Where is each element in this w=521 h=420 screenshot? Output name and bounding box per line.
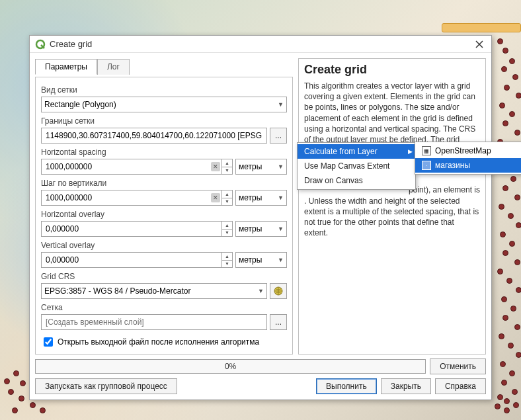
vspacing-label: Шаг по вертикали xyxy=(41,179,287,188)
chevron-down-icon: ▼ xyxy=(278,226,284,232)
chevron-down-icon: ▼ xyxy=(278,163,284,170)
layer-submenu: ▦ OpenStreetMap ∙ магазины xyxy=(415,142,521,175)
step-down-icon[interactable]: ▼ xyxy=(222,198,232,206)
titlebar: Create grid xyxy=(30,36,491,53)
qgis-icon xyxy=(35,39,46,50)
output-options-button[interactable]: ... xyxy=(270,314,287,330)
vspacing-value[interactable] xyxy=(44,192,210,203)
voverlay-value[interactable] xyxy=(44,255,210,265)
point-layer-icon: ∙ xyxy=(422,161,431,170)
close-icon xyxy=(475,40,483,48)
menu-use-canvas-extent[interactable]: Use Map Canvas Extent xyxy=(298,159,415,173)
extent-menu: Calculate from Layer ▶ Use Map Canvas Ex… xyxy=(297,142,416,190)
tab-parameters[interactable]: Параметры xyxy=(35,59,97,75)
step-up-icon[interactable]: ▲ xyxy=(222,222,232,230)
vspacing-input[interactable]: ✕ ▲▼ xyxy=(41,190,233,206)
globe-icon xyxy=(273,286,284,296)
run-button[interactable]: Выполнить xyxy=(316,378,377,394)
extent-input[interactable] xyxy=(41,128,267,144)
clear-icon[interactable]: ✕ xyxy=(211,193,220,202)
vspacing-unit[interactable]: метры▼ xyxy=(235,190,287,206)
spin-steppers[interactable]: ▲▼ xyxy=(221,253,232,267)
extent-value[interactable] xyxy=(44,130,264,141)
hoverlay-input[interactable]: ▲▼ xyxy=(41,221,233,237)
crs-combo[interactable]: EPSG:3857 - WGS 84 / Pseudo-Mercator ▼ xyxy=(41,283,267,299)
tabs: Параметры Лог xyxy=(35,58,293,74)
help-paragraph-3: . Unless the width and height of the sel… xyxy=(304,196,480,239)
open-after-label: Открыть выходной файл после исполнения а… xyxy=(58,337,259,347)
progress-text: 0% xyxy=(225,362,236,371)
step-down-icon[interactable]: ▼ xyxy=(222,230,232,237)
hspacing-unit[interactable]: метры▼ xyxy=(235,159,287,175)
batch-button[interactable]: Запускать как групповой процесс xyxy=(35,378,177,394)
step-up-icon[interactable]: ▲ xyxy=(222,159,232,167)
hoverlay-unit[interactable]: метры▼ xyxy=(235,221,287,237)
submenu-layer-osm[interactable]: ▦ OpenStreetMap xyxy=(415,144,521,158)
raster-layer-icon: ▦ xyxy=(422,146,431,155)
close-button[interactable] xyxy=(473,38,486,51)
crs-label: Grid CRS xyxy=(41,272,287,281)
hoverlay-value[interactable] xyxy=(44,224,210,234)
voverlay-unit[interactable]: метры▼ xyxy=(235,252,287,268)
submenu-layer-shops[interactable]: ∙ магазины xyxy=(415,158,521,173)
output-label: Сетка xyxy=(41,303,287,312)
close-button[interactable]: Закрыть xyxy=(381,378,431,394)
menu-calc-from-layer[interactable]: Calculate from Layer ▶ xyxy=(298,144,415,159)
progress-bar: 0% xyxy=(35,359,426,374)
step-down-icon[interactable]: ▼ xyxy=(222,261,232,268)
output-value[interactable] xyxy=(44,317,264,327)
grid-type-label: Вид сетки xyxy=(41,85,287,95)
chevron-down-icon: ▼ xyxy=(258,288,264,294)
voverlay-label: Vertical overlay xyxy=(41,241,287,250)
spin-steppers[interactable]: ▲▼ xyxy=(221,190,232,205)
voverlay-input[interactable]: ▲▼ xyxy=(41,252,233,268)
spin-steppers[interactable]: ▲▼ xyxy=(221,159,232,174)
window-title: Create grid xyxy=(50,39,473,49)
crs-select-button[interactable] xyxy=(270,283,287,299)
extent-options-button[interactable]: ... xyxy=(270,128,287,144)
ellipsis-icon: ... xyxy=(275,131,282,140)
create-grid-dialog: Create grid Параметры Лог Вид сетки Rect… xyxy=(29,35,492,400)
spin-steppers[interactable]: ▲▼ xyxy=(221,222,232,236)
step-up-icon[interactable]: ▲ xyxy=(222,253,232,261)
step-down-icon[interactable]: ▼ xyxy=(222,167,232,175)
road-badge xyxy=(442,23,521,32)
help-title: Create grid xyxy=(304,63,480,77)
output-input[interactable] xyxy=(41,314,267,330)
help-button[interactable]: Справка xyxy=(435,378,486,394)
chevron-down-icon: ▼ xyxy=(278,194,284,201)
ellipsis-icon: ... xyxy=(275,317,282,327)
help-pane: Create grid This algorithm creates a vec… xyxy=(298,58,486,355)
parameters-form: Вид сетки Rectangle (Polygon) ▼ Границы … xyxy=(35,77,293,355)
hspacing-label: Horizontal spacing xyxy=(41,147,287,157)
tab-log[interactable]: Лог xyxy=(97,59,130,75)
grid-type-combo[interactable]: Rectangle (Polygon) ▼ xyxy=(41,97,287,112)
clear-icon[interactable]: ✕ xyxy=(211,162,220,171)
hspacing-input[interactable]: ✕ ▲▼ xyxy=(41,159,233,175)
chevron-down-icon: ▼ xyxy=(278,101,284,108)
crs-value: EPSG:3857 - WGS 84 / Pseudo-Mercator xyxy=(44,286,190,296)
grid-type-value: Rectangle (Polygon) xyxy=(44,100,116,109)
cancel-button[interactable]: Отменить xyxy=(430,358,486,374)
chevron-right-icon: ▶ xyxy=(408,148,413,155)
menu-draw-on-canvas[interactable]: Draw on Canvas xyxy=(298,173,415,188)
extent-label: Границы сетки xyxy=(41,116,287,126)
hspacing-value[interactable] xyxy=(44,161,210,172)
left-pane: Параметры Лог Вид сетки Rectangle (Polyg… xyxy=(35,58,293,355)
open-after-checkbox[interactable] xyxy=(44,337,53,347)
hoverlay-label: Horizontal overlay xyxy=(41,210,287,219)
chevron-down-icon: ▼ xyxy=(278,257,284,263)
step-up-icon[interactable]: ▲ xyxy=(222,190,232,198)
